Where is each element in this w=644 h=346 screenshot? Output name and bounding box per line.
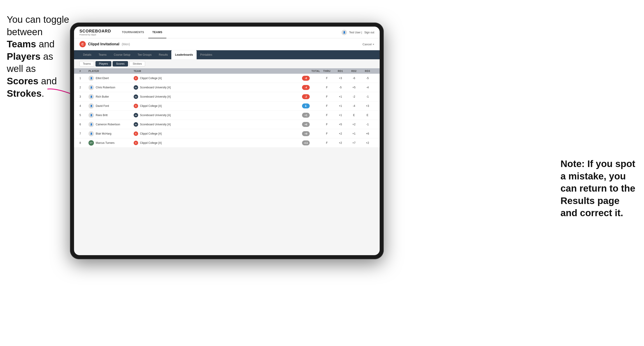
toggle-strokes[interactable]: Strokes (129, 61, 145, 66)
team-name: Scoreboard University [A] (140, 123, 171, 126)
player-name: Elliot Ebert (96, 77, 109, 80)
player-cell: 👤 Rich Butler (88, 94, 134, 99)
logo-text: SCOREBOARD (80, 29, 111, 34)
score-total: -8 (302, 76, 310, 81)
nav-tournaments[interactable]: TOURNAMENTS (118, 27, 148, 38)
score-total: -4 (302, 85, 310, 90)
avatar: MT (88, 140, 94, 146)
rd3: -1 (361, 95, 374, 98)
toggle-bar: Teams Players Scores Strokes (74, 59, 380, 68)
rd2: +7 (347, 141, 361, 145)
rd3: -4 (361, 86, 374, 89)
team-logo: SU (134, 113, 138, 117)
team-name: Scoreboard University [A] (140, 95, 171, 98)
thru: F (320, 86, 334, 89)
rd3: -1 (361, 123, 374, 126)
player-cell: MT Marcus Turners (88, 140, 134, 146)
player-name: David Ford (96, 104, 109, 108)
rank: 5 (80, 114, 88, 117)
toggle-players[interactable]: Players (96, 61, 111, 66)
team-logo: SU (134, 94, 138, 99)
team-name: Scoreboard University [A] (140, 114, 171, 117)
table-header: # PLAYER TEAM TOTAL THRU RD1 RD2 RD3 (74, 68, 380, 74)
tab-results[interactable]: Results (155, 50, 171, 59)
nav-links: TOURNAMENTS TEAMS (118, 27, 342, 38)
team-name: Scoreboard University [A] (140, 86, 171, 89)
table-row: 5 👤 Rees Britt SU Scoreboard University … (74, 111, 380, 120)
tournament-header: C Clippd Invitational (Men) Cancel × (74, 38, 380, 50)
score-total: E (302, 103, 310, 108)
tab-teams[interactable]: Teams (95, 50, 110, 59)
table-row: 4 👤 David Ford C Clippd College [A] E F … (74, 101, 380, 111)
rd1: +5 (334, 123, 347, 126)
tab-details[interactable]: Details (80, 50, 95, 59)
rd2: E (347, 114, 361, 117)
col-header-rank: # (80, 70, 88, 72)
score-total: -2 (302, 94, 310, 99)
col-header-team: TEAM (134, 70, 302, 72)
team-name: Clippd College [A] (140, 77, 162, 80)
rank: 7 (80, 132, 88, 135)
avatar: 👤 (88, 113, 94, 118)
thru: F (320, 114, 334, 117)
thru: F (320, 141, 334, 145)
table-row: 7 👤 Blair McHarg C Clippd College [A] +9… (74, 129, 380, 138)
tab-nav: Details Teams Course Setup Tee Groups Re… (74, 50, 380, 59)
rd3: +3 (361, 104, 374, 108)
cancel-button[interactable]: Cancel × (362, 43, 374, 46)
toggle-scores[interactable]: Scores (113, 61, 128, 66)
thru: F (320, 77, 334, 80)
logo-area: SCOREBOARD Powered by clippd (80, 29, 111, 36)
col-header-rd3: RD3 (361, 70, 374, 72)
rank: 4 (80, 104, 88, 108)
team-name: Clippd College [A] (140, 104, 162, 108)
player-cell: 👤 Rees Britt (88, 113, 134, 118)
table-row: 6 👤 Cameron Robertson SU Scoreboard Univ… (74, 120, 380, 129)
rank: 3 (80, 95, 88, 98)
rd2: +5 (347, 86, 361, 89)
nav-right: 👤 Test User | Sign out (342, 30, 374, 35)
col-header-rd1: RD1 (334, 70, 347, 72)
tab-printables[interactable]: Printables (196, 50, 216, 59)
rd1: +1 (334, 104, 347, 108)
sign-out-link[interactable]: Sign out (364, 31, 374, 34)
player-cell: 👤 Blair McHarg (88, 131, 134, 136)
team-cell: SU Scoreboard University [A] (134, 85, 302, 90)
tab-course-setup[interactable]: Course Setup (110, 50, 134, 59)
team-cell: SU Scoreboard University [A] (134, 122, 302, 127)
leaderboard-table: # PLAYER TEAM TOTAL THRU RD1 RD2 RD3 1 👤… (74, 68, 380, 148)
tab-leaderboards[interactable]: Leaderboards (171, 50, 196, 59)
score-total: +9 (302, 131, 310, 136)
player-name: Marcus Turners (96, 141, 114, 145)
nav-teams[interactable]: TEAMS (148, 27, 166, 38)
table-row: 3 👤 Rich Butler SU Scoreboard University… (74, 92, 380, 101)
top-nav: SCOREBOARD Powered by clippd TOURNAMENTS… (74, 27, 380, 38)
team-cell: C Clippd College [A] (134, 131, 302, 136)
player-name: Rees Britt (96, 114, 108, 117)
rd3: +6 (361, 132, 374, 135)
player-cell: 👤 Elliot Ebert (88, 75, 134, 81)
table-row: 2 👤 Chris Robertson SU Scoreboard Univer… (74, 83, 380, 92)
thru: F (320, 104, 334, 108)
rd2: -6 (347, 77, 361, 80)
tab-tee-groups[interactable]: Tee Groups (134, 50, 155, 59)
logo-sub: Powered by clippd (80, 34, 111, 36)
rank: 1 (80, 77, 88, 80)
player-name: Chris Robertson (96, 86, 115, 89)
col-header-total: TOTAL (302, 70, 320, 72)
score-total: +11 (302, 141, 310, 145)
team-logo: C (134, 104, 138, 108)
rd1: +2 (334, 141, 347, 145)
rank: 6 (80, 123, 88, 126)
rd3: +2 (361, 141, 374, 145)
team-logo: C (134, 131, 138, 136)
team-cell: C Clippd College [A] (134, 141, 302, 145)
toggle-teams[interactable]: Teams (80, 61, 94, 66)
team-cell: C Clippd College [A] (134, 104, 302, 108)
rd1: +1 (334, 95, 347, 98)
score-total: +1 (302, 113, 310, 118)
avatar: 👤 (88, 94, 94, 99)
annotation-right: Note: If you spot a mistake, you can ret… (560, 158, 637, 219)
user-icon: 👤 (342, 30, 347, 35)
thru: F (320, 123, 334, 126)
